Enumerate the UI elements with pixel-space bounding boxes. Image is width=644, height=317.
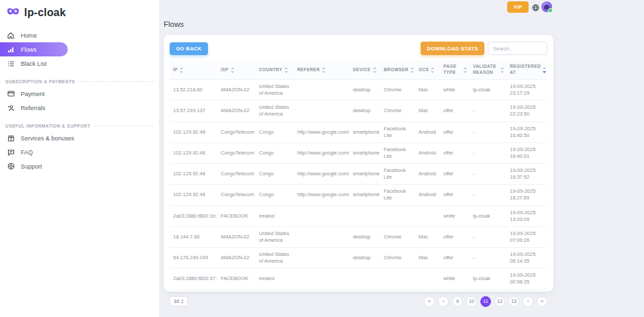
column-header[interactable]: COUNTRY — [256, 60, 294, 79]
first-page-button[interactable]: « — [424, 296, 435, 307]
sort-icon — [464, 67, 467, 73]
registered-date: 19-09-2025 — [510, 167, 545, 174]
column-header[interactable]: PAGE TYPE — [440, 60, 470, 79]
user-avatar[interactable] — [541, 1, 552, 12]
cell-isp: FACEBOOK — [217, 206, 256, 226]
cell-registered-at: 19-09-2025 16:37:52 — [506, 164, 547, 184]
table-row[interactable]: 2a03:2880:f800:1b:: FACEBOOK Ireland whi… — [170, 206, 547, 227]
sidebar-item-label: Support — [21, 163, 42, 170]
cell-country: United States of America — [256, 80, 294, 100]
prev-page-button[interactable]: ‹ — [438, 296, 449, 307]
page-number-button[interactable]: 13 — [508, 296, 519, 307]
sidebar-item-black-list[interactable]: Black List — [0, 56, 159, 71]
last-page-button[interactable]: » — [537, 296, 547, 307]
table-row[interactable]: 18.144.7.80 AMAZON-02 United States of A… — [170, 227, 547, 248]
table-row[interactable]: 13.52.218.60 AMAZON-02 United States of … — [170, 80, 547, 101]
cell-referer: http://www.google.com/ — [294, 122, 350, 142]
cell-browser: Chrome — [380, 248, 415, 268]
sidebar-item-faq[interactable]: FAQ — [0, 145, 159, 159]
table-row[interactable]: 102.129.92.48 CongoTelecom Congo http://… — [170, 185, 547, 206]
lifebuoy-icon — [7, 163, 15, 170]
sidebar-item-support[interactable]: Support — [0, 159, 159, 173]
column-header[interactable]: ISP — [217, 60, 256, 79]
cell-device — [350, 269, 380, 289]
sidebar-item-home[interactable]: Home — [0, 28, 159, 42]
sidebar-item-payment[interactable]: Payment — [0, 87, 159, 101]
go-back-button[interactable]: GO BACK — [170, 42, 208, 55]
logo-text: lp-cloak — [24, 7, 66, 19]
cell-page-type: offer — [440, 143, 470, 163]
page-size-select[interactable]: 10 ▴▾ — [170, 296, 188, 306]
cell-browser — [380, 269, 415, 289]
cell-page-type: white — [440, 269, 470, 289]
table-row[interactable]: 54.176.249.249 AMAZON-02 United States o… — [170, 248, 547, 269]
table-row[interactable]: 13.57.249.137 AMAZON-02 United States of… — [170, 101, 547, 122]
cell-ocs: Android — [415, 164, 440, 184]
column-header[interactable]: BROWSER — [380, 60, 415, 79]
cell-registered-at: 19-09-2025 22:23:50 — [506, 101, 547, 121]
column-header[interactable]: REGISTERED AT — [506, 60, 547, 79]
sort-icon — [543, 67, 546, 73]
sidebar-item-label: FAQ — [21, 149, 33, 156]
cell-ocs: Mac — [415, 80, 440, 100]
cell-validate-reason: - — [470, 122, 506, 142]
cell-country: Congo — [256, 143, 294, 163]
table-row[interactable]: 2a03:2880:f800:37:: FACEBOOK Ireland whi… — [170, 269, 547, 289]
column-header-label: VALIDATE REASON — [473, 64, 498, 76]
column-header-label: BROWSER — [384, 67, 409, 73]
cell-country: Ireland — [256, 206, 294, 226]
table-row[interactable]: 102.129.92.48 CongoTelecom Congo http://… — [170, 164, 547, 185]
registered-time: 07:09:26 — [510, 237, 545, 244]
cell-validate-reason: - — [470, 227, 506, 247]
sort-icon — [284, 67, 288, 73]
search-input[interactable] — [488, 42, 547, 55]
sidebar-item-services-bonuses[interactable]: Services & bonuses — [0, 131, 159, 145]
table-header-row: IP ISP COUNTRY REFERER DEVICE BROWSER OC… — [170, 60, 547, 80]
column-header[interactable]: DEVICE — [350, 60, 380, 79]
cell-page-type: offer — [440, 185, 470, 205]
sort-icon — [373, 67, 376, 73]
cell-validate-reason: lp-cloak — [470, 80, 506, 100]
cell-isp: FACEBOOK — [217, 269, 256, 289]
page-number-button[interactable]: 9 — [452, 296, 463, 307]
column-header[interactable]: VALIDATE REASON — [470, 60, 506, 79]
cell-referer: http://www.google.com/ — [294, 185, 350, 205]
registered-date: 19-09-2025 — [510, 83, 545, 90]
cell-browser: Facebook Lite — [380, 143, 415, 163]
cell-validate-reason: - — [470, 185, 506, 205]
cell-validate-reason: - — [470, 248, 506, 268]
cell-registered-at: 19-09-2025 13:03:09 — [506, 206, 547, 226]
table-row[interactable]: 102.129.92.48 CongoTelecom Congo http://… — [170, 143, 547, 164]
cell-page-type: offer — [440, 164, 470, 184]
download-stats-button[interactable]: DOWNLOAD STATS — [421, 42, 484, 55]
table-row[interactable]: 102.129.92.48 CongoTelecom Congo http://… — [170, 122, 547, 143]
sort-icon — [180, 67, 183, 73]
column-header[interactable]: IP — [170, 60, 217, 79]
cell-device — [350, 206, 380, 226]
cell-validate-reason: - — [470, 101, 506, 121]
page-number-button[interactable]: 12 — [494, 296, 505, 307]
cell-ocs: Android — [415, 143, 440, 163]
registered-time: 16:37:52 — [510, 174, 545, 181]
cell-isp: AMAZON-02 — [217, 248, 256, 268]
cell-registered-at: 19-09-2025 23:17:29 — [506, 80, 547, 100]
cell-page-type: offer — [440, 227, 470, 247]
cell-isp: AMAZON-02 — [217, 80, 256, 100]
gift-icon — [7, 135, 15, 142]
logo[interactable]: lp-cloak — [0, 0, 159, 26]
cell-registered-at: 19-09-2025 07:09:26 — [506, 227, 547, 247]
cell-device: smartphone — [350, 143, 380, 163]
cell-page-type: offer — [440, 122, 470, 142]
sidebar-item-referrals[interactable]: Referrals — [0, 101, 159, 115]
flows-icon — [7, 46, 15, 53]
sidebar-item-flows[interactable]: Flows — [0, 42, 68, 56]
next-page-button[interactable]: › — [523, 296, 533, 307]
cell-page-type: offer — [440, 248, 470, 268]
column-header[interactable]: REFERER — [294, 60, 350, 79]
page-number-button[interactable]: 11 — [480, 296, 491, 307]
language-globe-icon[interactable] — [532, 4, 539, 11]
page-number-button[interactable]: 10 — [466, 296, 477, 307]
vip-button[interactable]: VIP — [507, 1, 529, 13]
column-header-label: IP — [173, 67, 178, 73]
column-header[interactable]: OCS — [415, 60, 440, 79]
